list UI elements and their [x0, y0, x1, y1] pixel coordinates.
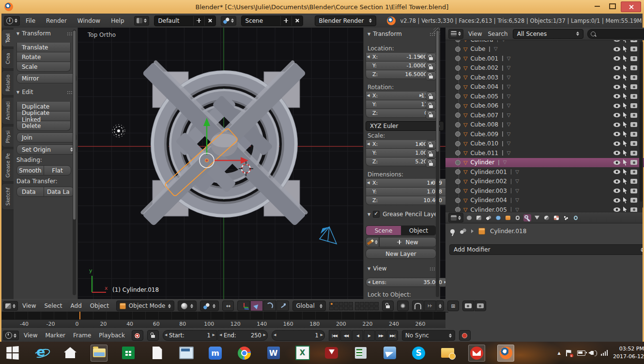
outliner-row-cube-002[interactable]: ▽ Cube.002 ▽: [445, 63, 644, 73]
tab-particles-icon[interactable]: [562, 214, 570, 222]
shelf-button-duplicate-linked[interactable]: Duplicate Linked: [16, 111, 71, 121]
renderability-toggle-icon[interactable]: [630, 103, 637, 108]
outliner-search-input[interactable]: [587, 29, 644, 39]
taskbar-icon-system-utility[interactable]: [353, 345, 368, 361]
outliner-row-cube-003[interactable]: ▽ Cube.003 ▽: [445, 73, 644, 82]
taskbar-icon-notepad-document[interactable]: [149, 345, 165, 361]
visibility-toggle-icon[interactable]: [613, 189, 620, 193]
lock-location-z-button[interactable]: [426, 71, 436, 80]
display-mode-dropdown[interactable]: All Scenes: [513, 29, 583, 39]
tab-world-icon[interactable]: [494, 214, 502, 222]
render-engine-selector[interactable]: Blender Render: [315, 16, 376, 26]
tab-texture-icon[interactable]: [552, 214, 560, 222]
outliner-row-cube-004[interactable]: ▽ Cube.004 ▽: [445, 82, 644, 92]
visibility-toggle-icon[interactable]: [613, 56, 620, 61]
visibility-toggle-icon[interactable]: [613, 94, 620, 98]
menu-window[interactable]: Window: [77, 17, 101, 24]
menu-view[interactable]: View: [467, 31, 483, 37]
shade-flat-button[interactable]: Flat: [44, 165, 71, 175]
tab-render-layers-icon[interactable]: [475, 214, 483, 222]
expand-icon[interactable]: [455, 122, 460, 127]
selectability-toggle-icon[interactable]: [623, 197, 628, 204]
drag-handle-icon[interactable]: [429, 267, 436, 270]
selectability-toggle-icon[interactable]: [623, 131, 628, 137]
snap-target-dropdown[interactable]: [436, 301, 444, 311]
expand-icon[interactable]: [455, 207, 460, 212]
tab-object-icon[interactable]: [504, 214, 512, 222]
transport-button-previous-keyframe[interactable]: ◀◀: [340, 330, 352, 341]
tab-constraints-icon[interactable]: [514, 214, 521, 222]
transform-orientation-dropdown[interactable]: Global: [292, 301, 325, 311]
network-signal-icon[interactable]: [601, 350, 608, 356]
transform-panel-header[interactable]: Transform: [16, 30, 74, 37]
selectability-toggle-icon[interactable]: [623, 169, 628, 175]
outliner-row-cylinder[interactable]: ▽ Cylinder ▽: [445, 158, 644, 168]
shelf-tab-animation[interactable]: Animati: [1, 97, 14, 125]
taskbar-icon-gmail[interactable]: [469, 345, 485, 361]
transport-button-play-reverse[interactable]: ◀: [352, 330, 363, 341]
screen-layout-selector[interactable]: [134, 16, 149, 26]
taskbar-icon-start-button[interactable]: [4, 345, 20, 361]
add-modifier-dropdown[interactable]: Add Modifier: [449, 244, 644, 255]
action-center-flag-icon[interactable]: x: [566, 350, 572, 356]
delete-scene-button[interactable]: [291, 16, 303, 26]
taskbar-icon-excel[interactable]: X: [294, 345, 310, 361]
selectability-toggle-icon[interactable]: [623, 55, 628, 62]
tab-physics-icon[interactable]: [572, 214, 580, 222]
add-layout-button[interactable]: [193, 16, 204, 26]
selectability-toggle-icon[interactable]: [623, 103, 628, 109]
menu-add[interactable]: Add: [70, 302, 83, 309]
visibility-toggle-icon[interactable]: [613, 198, 620, 203]
renderability-toggle-icon[interactable]: [630, 179, 637, 184]
tool-shelf-scrollbar[interactable]: [73, 30, 76, 295]
sync-mode-dropdown[interactable]: No Sync: [402, 330, 455, 341]
expand-icon[interactable]: [455, 160, 460, 165]
lock-location-x-button[interactable]: [426, 53, 436, 62]
gp-scene-tab[interactable]: Scene: [366, 225, 401, 236]
outliner-scrollbar[interactable]: [639, 41, 643, 208]
shelf-tab-grease-pencil[interactable]: Grease Pe: [1, 149, 14, 182]
renderability-toggle-icon[interactable]: [630, 94, 637, 99]
lock-location-y-button[interactable]: [426, 62, 436, 71]
outliner-row-cube-005[interactable]: ▽ Cube.005 ▽: [445, 92, 644, 101]
scene-name-field[interactable]: Scene: [241, 16, 303, 26]
taskbar-icon-word[interactable]: W: [265, 345, 281, 361]
end-frame-field[interactable]: End:250: [217, 330, 268, 341]
viewport-shading-dropdown[interactable]: [178, 301, 197, 311]
transport-button-jump-to-end[interactable]: ▶▶|: [387, 330, 398, 341]
npanel-scrollbar[interactable]: [436, 30, 439, 297]
delete-layout-button[interactable]: [204, 16, 215, 26]
lock-rotation-y-button[interactable]: [426, 101, 436, 110]
opengl-render-image-button[interactable]: [462, 301, 474, 311]
shade-smooth-button[interactable]: Smooth: [16, 165, 44, 175]
visibility-toggle-icon[interactable]: [613, 170, 620, 174]
lock-rotation-z-button[interactable]: [426, 110, 436, 119]
visibility-toggle-icon[interactable]: [613, 207, 620, 212]
render-border-button[interactable]: ⊞: [447, 301, 459, 311]
join-button[interactable]: Join: [16, 132, 77, 142]
expand-icon[interactable]: [455, 112, 460, 118]
selectability-toggle-icon[interactable]: [623, 65, 628, 71]
visibility-toggle-icon[interactable]: [613, 160, 620, 165]
selectability-toggle-icon[interactable]: [623, 150, 628, 156]
selectability-toggle-icon[interactable]: [623, 93, 628, 99]
taskbar-icon-homegroup[interactable]: [62, 345, 78, 361]
renderability-toggle-icon[interactable]: [630, 170, 637, 174]
battery-icon[interactable]: [577, 350, 585, 356]
visibility-toggle-icon[interactable]: [613, 85, 620, 89]
timeline-ruler[interactable]: -40-200204060801001201401601802002202402…: [0, 319, 445, 329]
outliner-row-cylinder-005[interactable]: ▽ Cylinder.005 ▽: [445, 205, 644, 212]
taskbar-icon-video-downloader[interactable]: [323, 345, 339, 361]
outliner-row-cube-001[interactable]: ▽ Cube.001 ▽: [445, 54, 644, 63]
tab-scene-icon[interactable]: [485, 214, 492, 222]
lock-time-cursor-toggle[interactable]: [147, 330, 159, 341]
selectability-toggle-icon[interactable]: [623, 178, 628, 185]
scene-selector[interactable]: [221, 16, 236, 26]
preview-range-toggle[interactable]: [132, 330, 143, 341]
lock-scale-z-button[interactable]: [426, 158, 436, 168]
taskbar-icon-file-explorer[interactable]: [91, 345, 107, 361]
edit-panel-header[interactable]: Edit: [16, 89, 74, 95]
drag-handle-icon[interactable]: [429, 32, 436, 36]
menu-select[interactable]: Select: [43, 302, 63, 309]
selectability-toggle-icon[interactable]: [623, 74, 628, 80]
